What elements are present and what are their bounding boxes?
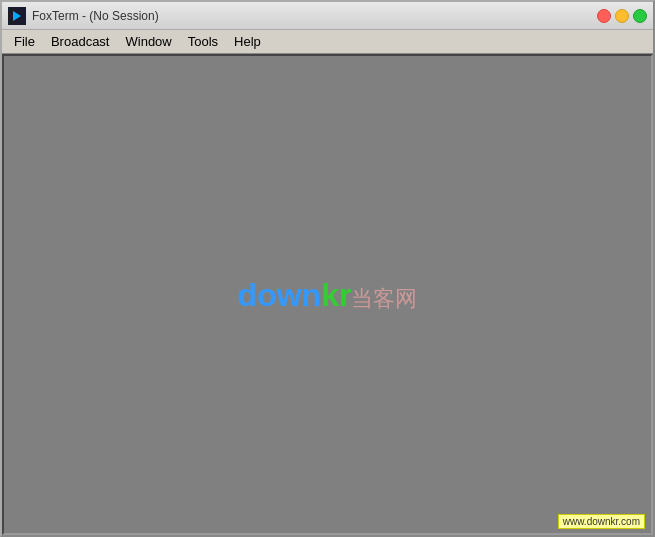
app-icon: [8, 7, 26, 25]
watermark-logo: downkr当客网: [238, 276, 418, 313]
menu-tools[interactable]: Tools: [180, 31, 226, 53]
svg-marker-0: [13, 11, 21, 21]
menu-window[interactable]: Window: [118, 31, 180, 53]
window-controls: [597, 9, 647, 23]
title-bar-left: FoxTerm - (No Session): [8, 7, 159, 25]
menu-file[interactable]: File: [6, 31, 43, 53]
menu-bar: File Broadcast Window Tools Help: [2, 30, 653, 54]
watermark-kr: kr: [321, 276, 351, 313]
menu-broadcast[interactable]: Broadcast: [43, 31, 118, 53]
close-button[interactable]: [597, 9, 611, 23]
minimize-button[interactable]: [615, 9, 629, 23]
maximize-button[interactable]: [633, 9, 647, 23]
window-frame: FoxTerm - (No Session) File Broadcast Wi…: [0, 0, 655, 537]
title-bar: FoxTerm - (No Session): [2, 2, 653, 30]
menu-help[interactable]: Help: [226, 31, 269, 53]
watermark-down: down: [238, 276, 322, 313]
bottom-badge: www.downkr.com: [558, 514, 645, 529]
main-content: downkr当客网 www.downkr.com: [2, 54, 653, 535]
window-title: FoxTerm - (No Session): [32, 9, 159, 23]
watermark-cn: 当客网: [351, 283, 417, 313]
